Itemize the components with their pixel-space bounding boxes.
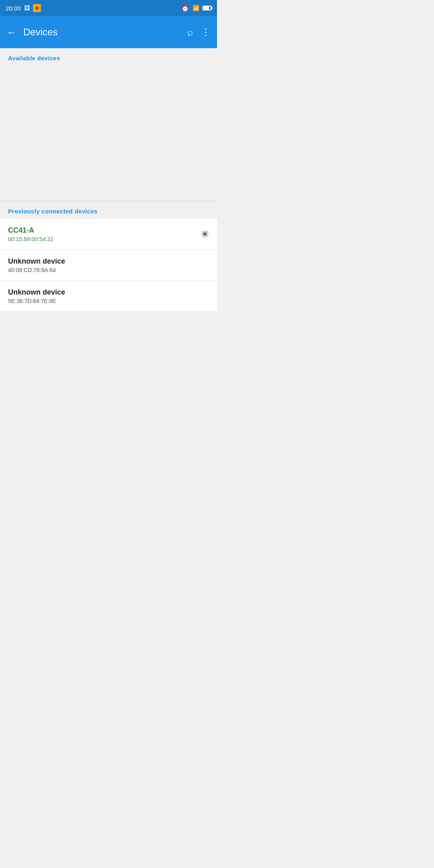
alarm-icon: ⏰ [181, 4, 189, 12]
previously-connected-section: Previously connected devices CC41-A 00:1… [0, 201, 217, 312]
status-right: ⏰ 📶 [181, 4, 211, 12]
device-name-cc41a: CC41-A [8, 226, 201, 235]
bluetooth-connected-icon: ✳ [201, 229, 209, 240]
back-button[interactable]: ← [6, 26, 17, 39]
available-devices-section: Available devices [0, 48, 217, 201]
device-name-unknown1: Unknown device [8, 257, 209, 266]
device-mac-cc41a: 00:15:89:00:54:31 [8, 236, 201, 242]
battery-icon [203, 6, 211, 10]
previously-connected-header: Previously connected devices [0, 201, 217, 219]
device-mac-unknown1: 40:08:CD:78:8A:64 [8, 267, 209, 273]
previously-connected-title: Previously connected devices [8, 208, 98, 215]
device-info-cc41a: CC41-A 00:15:89:00:54:31 [8, 226, 201, 242]
page-title: Devices [23, 27, 187, 38]
available-devices-header: Available devices [0, 48, 217, 66]
available-devices-title: Available devices [8, 55, 60, 61]
device-item-unknown2[interactable]: Unknown device 5E:36:7D:64:7E:8E [0, 281, 217, 312]
app-bar: ← Devices ⌕ ⋮ [0, 16, 217, 48]
signal-icon: 📶 [192, 5, 199, 11]
device-item-cc41a[interactable]: CC41-A 00:15:89:00:54:31 ✳ [0, 219, 217, 250]
device-name-unknown2: Unknown device [8, 288, 209, 297]
device-item-unknown1[interactable]: Unknown device 40:08:CD:78:8A:64 [0, 250, 217, 281]
status-bar: 20:00 🖼 ⚙ ⏰ 📶 [0, 0, 217, 16]
status-left: 20:00 🖼 ⚙ [6, 4, 41, 12]
search-button[interactable]: ⌕ [187, 27, 193, 38]
gallery-icon: 🖼 [24, 5, 30, 11]
device-info-unknown2: Unknown device 5E:36:7D:64:7E:8E [8, 288, 209, 304]
app-bar-actions: ⌕ ⋮ [187, 27, 211, 38]
device-info-unknown1: Unknown device 40:08:CD:78:8A:64 [8, 257, 209, 273]
notification-icon: ⚙ [33, 4, 41, 12]
device-mac-unknown2: 5E:36:7D:64:7E:8E [8, 298, 209, 304]
more-options-button[interactable]: ⋮ [201, 27, 211, 38]
status-time: 20:00 [6, 5, 21, 12]
